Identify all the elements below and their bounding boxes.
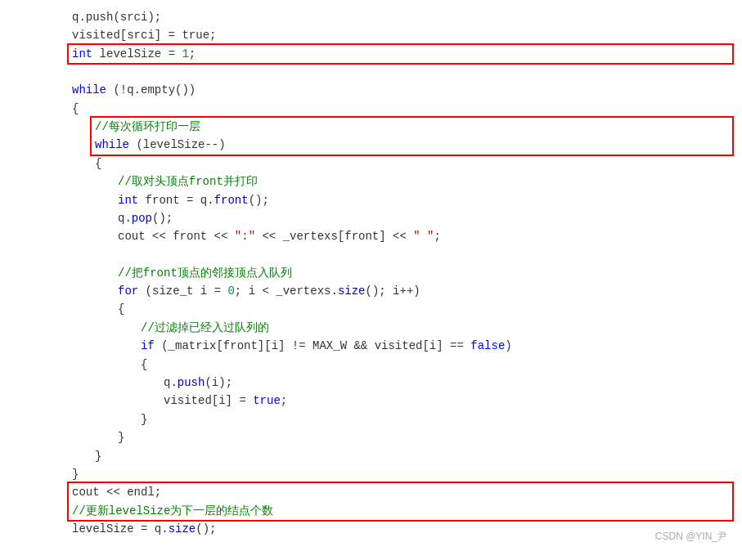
code-line: //过滤掉已经入过队列的: [141, 319, 726, 337]
code-line: {: [95, 155, 726, 172]
code-line: levelSize = q.size();: [72, 520, 726, 538]
code-line: //取对头顶点front并打印: [118, 172, 726, 190]
code-line: //更新levelSize为下一层的结点个数: [72, 502, 726, 520]
code-line: {: [141, 356, 726, 374]
code-line: }: [141, 410, 726, 428]
code-line: q.push(i);: [164, 374, 726, 392]
code-line: visited[i] = true;: [164, 392, 726, 410]
code-line: int levelSize = 1;: [72, 45, 726, 63]
code-line: }: [72, 465, 726, 483]
watermark: CSDN @YIN_尹: [655, 529, 727, 544]
code-line: {: [118, 300, 726, 318]
code-line: cout << endl;: [72, 483, 726, 501]
code-line: }: [118, 428, 726, 446]
code-line: while (levelSize--): [95, 136, 726, 154]
code-line: int front = q.front();: [118, 191, 726, 209]
code-line: q.push(srci);: [72, 8, 726, 26]
code-line: }: [95, 447, 726, 465]
code-line: if (_matrix[front][i] != MAX_W && visite…: [141, 337, 726, 355]
code-line: visited[srci] = true;: [72, 26, 726, 44]
code-line: while (!q.empty()): [72, 81, 726, 99]
code-line: //把front顶点的邻接顶点入队列: [118, 264, 726, 282]
code-line: [49, 63, 726, 81]
code-line: for (size_t i = 0; i < _vertexs.size(); …: [118, 282, 726, 300]
code-line: //每次循环打印一层: [95, 118, 726, 136]
code-line: cout << front << ":" << _vertexs[front] …: [118, 227, 726, 245]
code-block: q.push(srci);visited[srci] = true;int le…: [0, 0, 742, 555]
code-line: [49, 246, 726, 264]
code-line: {: [72, 100, 726, 118]
code-line: q.pop();: [118, 209, 726, 227]
code-container: q.push(srci);visited[srci] = true;int le…: [0, 0, 742, 555]
